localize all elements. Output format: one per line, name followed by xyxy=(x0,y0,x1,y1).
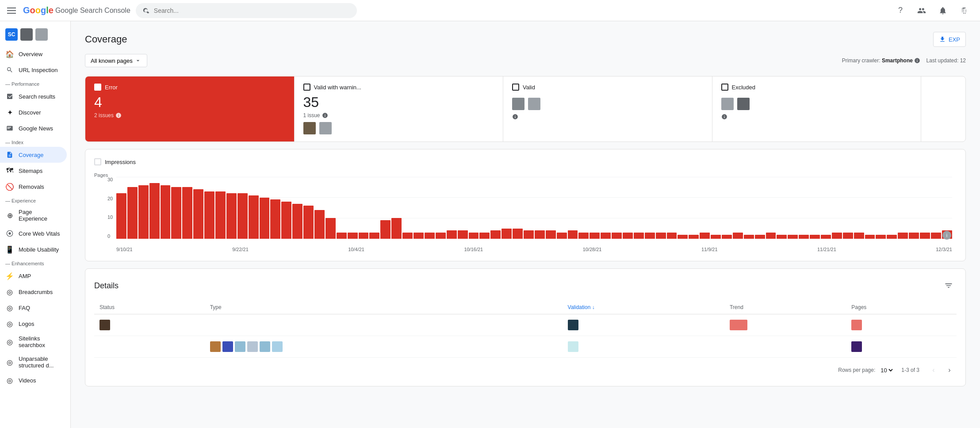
error-checkbox[interactable]: ✓ xyxy=(94,84,101,91)
page-nav: ‹ › xyxy=(926,363,957,377)
chart-bar-52 xyxy=(689,235,699,239)
chart-bar-20 xyxy=(337,233,347,239)
property-icon-2[interactable] xyxy=(20,28,33,41)
x-tick-4: 10/16/21 xyxy=(464,247,483,252)
error-info-icon[interactable] xyxy=(115,112,122,118)
chart-bar-58 xyxy=(755,235,765,239)
account-button[interactable] xyxy=(913,2,930,19)
sidebar-item-breadcrumbs[interactable]: ◎ Breadcrumbs xyxy=(0,284,67,300)
property-icon-3[interactable] xyxy=(35,28,48,41)
next-page-button[interactable]: › xyxy=(942,363,957,377)
chart-y-label: Pages xyxy=(94,172,108,178)
sidebar-item-discover[interactable]: ✦ Discover xyxy=(0,104,67,120)
search-bar[interactable] xyxy=(136,3,357,18)
excluded-label: Excluded xyxy=(732,84,755,91)
chart-bars xyxy=(116,177,952,239)
search-input[interactable] xyxy=(154,7,350,14)
chart-bar-71 xyxy=(898,233,908,239)
excluded-swatches xyxy=(721,98,912,110)
sidebar-item-coverage[interactable]: Coverage xyxy=(0,147,67,163)
apps-button[interactable] xyxy=(955,2,973,19)
excluded-info-icon[interactable] xyxy=(721,114,727,120)
excluded-checkbox[interactable] xyxy=(721,84,728,91)
prev-page-button[interactable]: ‹ xyxy=(926,363,941,377)
sidebar-label-page-experience: Page Experience xyxy=(19,209,61,222)
swatch-1 xyxy=(303,122,316,134)
chart-bar-28 xyxy=(425,233,435,239)
y-tick-10: 10 xyxy=(107,214,113,220)
sidebar-item-videos[interactable]: ◎ Videos xyxy=(0,372,67,388)
coverage-icon xyxy=(5,150,14,159)
row1-trend xyxy=(724,314,846,336)
swatch-blue xyxy=(222,341,233,352)
valid-info-icon[interactable] xyxy=(512,114,518,120)
swatch-2 xyxy=(319,122,332,134)
chart-bar-19 xyxy=(325,218,336,239)
sidebar-label-overview: Overview xyxy=(19,51,42,57)
row1-pages-swatch xyxy=(851,320,862,330)
sidebar-item-logos[interactable]: ◎ Logos xyxy=(0,316,67,332)
sidebar-item-search-results[interactable]: Search results xyxy=(0,88,67,104)
valid-info xyxy=(512,114,703,120)
chart-bar-30 xyxy=(447,230,457,239)
sidebar-label-url-inspection: URL Inspection xyxy=(19,67,57,73)
sidebar-label-videos: Videos xyxy=(19,377,36,384)
sidebar-item-sitemaps[interactable]: 🗺 Sitemaps xyxy=(0,163,67,179)
app-title: Google Search Console xyxy=(55,7,130,15)
amp-icon: ⚡ xyxy=(5,271,14,280)
google-news-icon xyxy=(5,124,14,133)
chart-bar-37 xyxy=(524,230,534,239)
chart-bar-39 xyxy=(546,230,556,239)
x-tick-8: 12/3/21 xyxy=(936,247,952,252)
menu-icon[interactable] xyxy=(7,5,18,16)
details-title: Details xyxy=(94,281,119,290)
sidebar-item-overview[interactable]: 🏠 Overview xyxy=(0,46,67,62)
crawler-info-icon[interactable] xyxy=(914,57,920,64)
help-button[interactable]: ? xyxy=(892,2,909,19)
sidebar-item-google-news[interactable]: Google News xyxy=(0,120,67,136)
chart-bar-66 xyxy=(843,233,853,239)
chart-bar-56 xyxy=(733,233,743,239)
pagination: Rows per page: 10 25 50 1-3 of 3 ‹ › xyxy=(94,363,957,377)
chart-bar-62 xyxy=(799,235,809,239)
sidebar-item-faq[interactable]: ◎ FAQ xyxy=(0,300,67,316)
mobile-usability-icon: 📱 xyxy=(5,245,14,254)
sidebar-item-removals[interactable]: 🚫 Removals xyxy=(0,179,67,195)
x-tick-5: 10/28/21 xyxy=(583,247,602,252)
valid-warning-info-icon[interactable] xyxy=(322,112,328,118)
notifications-button[interactable] xyxy=(934,2,952,19)
valid-header: Valid xyxy=(512,84,703,91)
export-button[interactable]: EXP xyxy=(933,32,966,47)
sidebar-item-unparsable[interactable]: ◎ Unparsable structured d... xyxy=(0,352,67,372)
sidebar-item-sitelinks-searchbox[interactable]: ◎ Sitelinks searchbox xyxy=(0,332,67,352)
chart-bar-50 xyxy=(667,233,677,239)
impressions-label: Impressions xyxy=(105,159,136,165)
details-filter-button[interactable] xyxy=(941,278,957,294)
swatch-light-blue xyxy=(235,341,245,352)
row1-trend-swatch xyxy=(730,320,747,330)
sidebar-item-core-web-vitals[interactable]: Core Web Vitals xyxy=(0,225,67,241)
chart-bar-46 xyxy=(623,233,633,239)
discover-icon: ✦ xyxy=(5,108,14,117)
filter-dropdown[interactable]: All known pages xyxy=(85,54,147,67)
sidebar-item-page-experience[interactable]: ⊕ Page Experience xyxy=(0,205,67,225)
valid-warning-checkbox[interactable] xyxy=(303,84,310,91)
sidebar-item-url-inspection[interactable]: URL Inspection xyxy=(0,62,67,78)
sidebar-item-mobile-usability[interactable]: 📱 Mobile Usability xyxy=(0,241,67,257)
chart-bar-11 xyxy=(237,193,248,239)
row1-status-swatch xyxy=(100,320,110,330)
chart-bar-21 xyxy=(348,233,358,239)
chart-info-dot[interactable]: i xyxy=(942,231,951,240)
valid-checkbox[interactable] xyxy=(512,84,519,91)
chart-bar-0 xyxy=(116,193,126,239)
excluded-header: Excluded xyxy=(721,84,912,91)
sidebar-label-core-web-vitals: Core Web Vitals xyxy=(19,230,60,237)
page-header: Coverage EXP xyxy=(85,32,966,47)
impressions-checkbox[interactable] xyxy=(94,158,101,165)
rows-select[interactable]: 10 25 50 xyxy=(879,367,894,374)
sidebar-item-amp[interactable]: ⚡ AMP xyxy=(0,268,67,284)
x-tick-3: 10/4/21 xyxy=(348,247,364,252)
topbar-logo[interactable]: Google Google Search Console xyxy=(23,5,130,15)
chart-bar-64 xyxy=(821,235,831,239)
property-icon-1[interactable]: SC xyxy=(5,28,18,41)
